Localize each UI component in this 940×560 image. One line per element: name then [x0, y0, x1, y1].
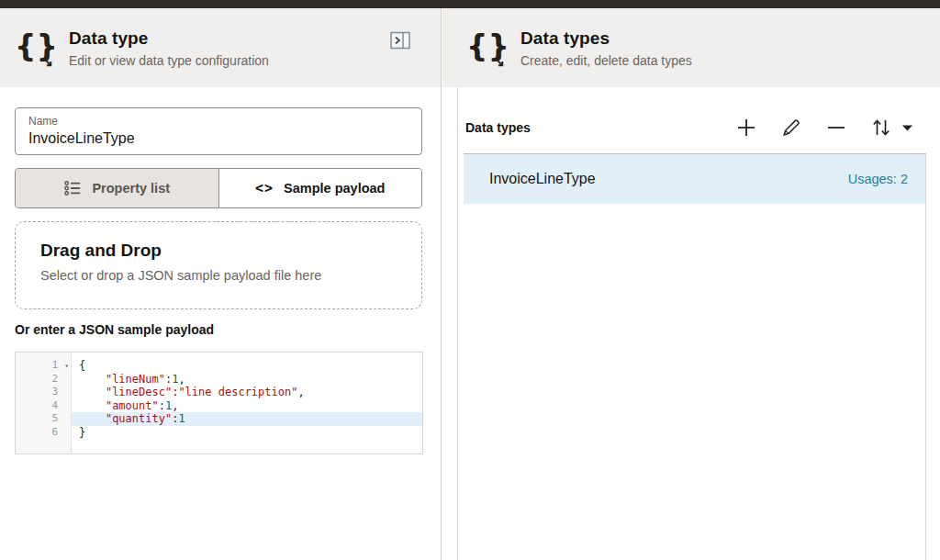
arrow-down-right-icon: ↘	[493, 53, 505, 70]
code-line: 3 "lineDesc":"line description",	[16, 386, 422, 399]
data-types-header: {} ↘ Data types Create, edit, delete dat…	[442, 8, 940, 87]
code-line: 4 "amount":1,	[16, 399, 422, 413]
data-type-braces-icon: {} ↘	[15, 27, 53, 69]
usages-link[interactable]: Usages: 2	[848, 172, 908, 186]
page-title: Data type	[69, 28, 269, 49]
tab-property-list-label: Property list	[92, 181, 170, 196]
json-code-editor[interactable]: 1▾{2 "lineNum":1,3 "lineDesc":"line desc…	[15, 352, 423, 454]
delete-data-type-button[interactable]	[826, 118, 846, 138]
pencil-icon	[781, 118, 801, 138]
add-data-type-button[interactable]	[736, 118, 756, 138]
data-types-list-label: Data types	[465, 120, 531, 135]
tab-property-list[interactable]: Property list	[16, 169, 219, 207]
fold-arrow-icon[interactable]: ▾	[64, 360, 69, 374]
line-number: 3	[16, 386, 72, 399]
sort-data-types-button[interactable]	[871, 118, 912, 138]
name-field-label: Name	[28, 115, 421, 128]
chevron-down-icon	[902, 125, 912, 131]
line-number: 2	[16, 373, 72, 386]
data-type-panel: {} ↘ Data type Edit or view data type co…	[0, 8, 442, 560]
sort-arrows-icon	[871, 118, 891, 138]
data-types-braces-icon: {} ↘	[466, 27, 505, 69]
panel-subtitle: Create, edit, delete data types	[520, 53, 692, 68]
data-type-header: {} ↘ Data type Edit or view data type co…	[0, 8, 441, 87]
line-number: 4	[16, 399, 72, 413]
name-field-value: InvoiceLineType	[28, 130, 421, 147]
page-subtitle: Edit or view data type configuration	[69, 53, 269, 68]
data-type-row[interactable]: InvoiceLineType Usages: 2	[464, 154, 925, 204]
code-text: "amount":1,	[72, 399, 422, 413]
json-payload-label: Or enter a JSON sample payload	[15, 322, 441, 337]
code-line: 6}	[16, 426, 422, 440]
code-line: 1▾{	[16, 359, 422, 373]
expand-panel-button[interactable]	[389, 29, 411, 51]
data-types-toolbar	[736, 118, 912, 138]
code-text: "lineDesc":"line description",	[72, 386, 422, 399]
arrow-down-right-icon: ↘	[41, 53, 53, 70]
line-number: 6	[16, 426, 72, 440]
expand-panel-icon	[389, 29, 411, 51]
data-types-panel: {} ↘ Data types Create, edit, delete dat…	[442, 8, 940, 560]
data-type-name: InvoiceLineType	[489, 171, 596, 187]
dropzone-title: Drag and Drop	[40, 241, 421, 261]
plus-icon	[736, 118, 756, 138]
code-text: "lineNum":1,	[72, 373, 422, 386]
code-line: 2 "lineNum":1,	[16, 373, 422, 386]
edit-data-type-button[interactable]	[781, 118, 801, 138]
code-icon: <>	[255, 180, 274, 196]
line-number: 5	[16, 412, 72, 426]
property-list-icon	[63, 179, 82, 197]
code-text: "quantity":1	[72, 412, 422, 426]
data-types-list: InvoiceLineType Usages: 2	[464, 153, 926, 560]
view-switcher: Property list <> Sample payload	[15, 168, 422, 208]
dropzone-subtitle: Select or drop a JSON sample payload fil…	[40, 268, 421, 283]
vertical-divider	[457, 87, 458, 560]
minus-icon	[826, 118, 846, 138]
code-text: }	[72, 426, 422, 440]
file-dropzone[interactable]: Drag and Drop Select or drop a JSON samp…	[15, 221, 422, 309]
name-field[interactable]: Name InvoiceLineType	[15, 107, 422, 155]
code-line: 5 "quantity":1	[16, 412, 422, 426]
tab-sample-payload-label: Sample payload	[284, 181, 385, 196]
panel-title: Data types	[520, 28, 692, 49]
line-number: 1▾	[16, 359, 72, 373]
tab-sample-payload[interactable]: <> Sample payload	[219, 169, 422, 207]
code-text: {	[72, 359, 422, 373]
top-bar	[0, 0, 940, 8]
